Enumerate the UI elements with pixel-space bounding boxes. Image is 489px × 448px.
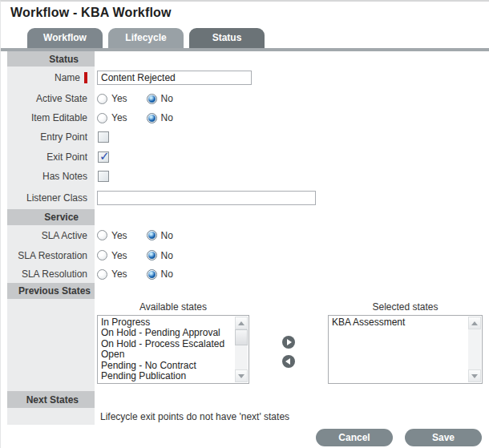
name-input[interactable] bbox=[97, 71, 252, 85]
sla-resolution-label: SLA Resolution bbox=[7, 265, 95, 283]
required-marker-icon bbox=[84, 72, 87, 83]
next-states-message: Lifecycle exit points do not have 'next'… bbox=[97, 411, 289, 422]
option-label: Yes bbox=[111, 268, 127, 280]
name-label: Name bbox=[55, 72, 80, 83]
item-editable-yes-option[interactable]: Yes bbox=[97, 112, 127, 123]
radio-icon[interactable] bbox=[147, 250, 157, 260]
move-left-button[interactable] bbox=[282, 355, 295, 368]
selected-states-listbox[interactable]: KBA Assessment bbox=[328, 315, 483, 384]
radio-icon[interactable] bbox=[147, 230, 157, 240]
list-item[interactable]: Pending - No Contract bbox=[101, 361, 235, 371]
section-header-next-states: Next States bbox=[7, 391, 483, 408]
active-state-yes-option[interactable]: Yes bbox=[97, 93, 127, 104]
save-button[interactable]: Save bbox=[405, 429, 482, 446]
option-label: No bbox=[161, 93, 173, 104]
form-row-active-state: Active State Yes No bbox=[7, 89, 483, 108]
form-row-sla-restoration: SLA Restoration Yes No bbox=[7, 245, 483, 265]
cancel-button[interactable]: Cancel bbox=[316, 429, 393, 446]
radio-icon[interactable] bbox=[97, 113, 107, 123]
list-item[interactable]: In Progress bbox=[101, 317, 235, 328]
listener-class-input[interactable] bbox=[97, 191, 316, 205]
option-label: No bbox=[161, 268, 173, 280]
scroll-thumb[interactable] bbox=[235, 329, 248, 345]
sla-resolution-no-option[interactable]: No bbox=[147, 268, 173, 280]
tab-lifecycle[interactable]: Lifecycle bbox=[108, 28, 184, 48]
section-title: Previous States bbox=[7, 283, 95, 299]
status-form: Status Name Active State Yes No bbox=[7, 51, 483, 447]
form-row-exit-point: Exit Point bbox=[7, 147, 483, 167]
page-title: Workflow - KBA Workflow bbox=[10, 6, 172, 20]
section-header-service: Service bbox=[7, 209, 483, 225]
scroll-up-button[interactable] bbox=[235, 317, 248, 329]
form-row-next-states-message: Lifecycle exit points do not have 'next'… bbox=[7, 408, 483, 425]
entry-point-checkbox[interactable] bbox=[98, 131, 109, 143]
arrow-left-icon bbox=[285, 358, 290, 365]
form-row-has-notes: Has Notes bbox=[7, 167, 483, 186]
arrow-up-icon bbox=[471, 321, 478, 325]
radio-icon[interactable] bbox=[97, 269, 107, 280]
available-states-caption: Available states bbox=[97, 301, 249, 313]
radio-icon[interactable] bbox=[147, 94, 157, 104]
states-picker: Available states Selected states In Prog… bbox=[95, 299, 483, 391]
option-label: Yes bbox=[111, 250, 127, 261]
available-states-listbox[interactable]: In ProgressOn Hold - Pending ApprovalOn … bbox=[97, 315, 249, 384]
scroll-down-button[interactable] bbox=[235, 369, 248, 382]
form-row-sla-active: SLA Active Yes No bbox=[7, 225, 483, 245]
action-button-row: Cancel Save bbox=[7, 428, 483, 447]
arrow-up-icon bbox=[238, 321, 244, 325]
form-row-item-editable: Item Editable Yes No bbox=[7, 108, 483, 127]
radio-icon[interactable] bbox=[147, 113, 157, 123]
has-notes-label: Has Notes bbox=[7, 167, 95, 186]
list-item[interactable]: On Hold - Pending Approval bbox=[101, 328, 235, 338]
form-row-sla-resolution: SLA Resolution Yes No bbox=[7, 265, 483, 283]
sla-restoration-yes-option[interactable]: Yes bbox=[97, 250, 127, 261]
scrollbar[interactable] bbox=[468, 317, 481, 382]
scroll-up-button[interactable] bbox=[468, 317, 481, 329]
option-label: Yes bbox=[111, 112, 127, 123]
tab-workflow[interactable]: Workflow bbox=[27, 28, 103, 48]
section-title: Next States bbox=[7, 391, 95, 408]
form-row-entry-point: Entry Point bbox=[7, 127, 483, 147]
arrow-down-icon bbox=[238, 374, 244, 378]
selected-states-caption: Selected states bbox=[328, 301, 483, 313]
radio-icon[interactable] bbox=[97, 94, 107, 104]
scroll-down-button[interactable] bbox=[468, 369, 481, 382]
item-editable-label: Item Editable bbox=[7, 108, 95, 127]
section-title: Service bbox=[7, 209, 95, 225]
scrollbar[interactable] bbox=[235, 317, 248, 382]
sla-resolution-yes-option[interactable]: Yes bbox=[97, 268, 127, 280]
list-item[interactable]: Pending Publication bbox=[101, 371, 235, 381]
radio-icon[interactable] bbox=[97, 230, 107, 240]
form-row-previous-states: Available states Selected states In Prog… bbox=[7, 299, 483, 391]
tab-bar: Workflow Lifecycle Status bbox=[27, 28, 265, 48]
section-header-previous-states: Previous States bbox=[7, 283, 483, 299]
form-row-name: Name bbox=[7, 67, 483, 89]
active-state-no-option[interactable]: No bbox=[147, 93, 173, 104]
has-notes-checkbox[interactable] bbox=[98, 171, 109, 182]
sla-active-label: SLA Active bbox=[7, 225, 95, 245]
sla-active-no-option[interactable]: No bbox=[147, 230, 173, 241]
option-label: No bbox=[161, 230, 173, 241]
list-item[interactable]: KBA Assessment bbox=[332, 317, 468, 328]
radio-icon[interactable] bbox=[147, 269, 157, 280]
sla-active-yes-option[interactable]: Yes bbox=[97, 230, 127, 241]
arrow-right-icon bbox=[287, 339, 292, 345]
section-header-status: Status bbox=[7, 51, 483, 67]
list-item[interactable]: On Hold - Process Escalated bbox=[101, 339, 235, 349]
radio-icon[interactable] bbox=[97, 250, 107, 260]
list-item[interactable]: Open bbox=[101, 349, 235, 360]
exit-point-label: Exit Point bbox=[7, 147, 95, 167]
item-editable-no-option[interactable]: No bbox=[147, 112, 173, 123]
exit-point-checkbox[interactable] bbox=[98, 151, 109, 163]
move-right-button[interactable] bbox=[282, 336, 295, 349]
option-label: Yes bbox=[111, 93, 127, 104]
sla-restoration-no-option[interactable]: No bbox=[147, 250, 173, 261]
listener-class-label: Listener Class bbox=[7, 186, 95, 209]
sla-restoration-label: SLA Restoration bbox=[7, 245, 95, 265]
arrow-down-icon bbox=[471, 374, 478, 378]
workflow-status-page: Workflow - KBA Workflow Workflow Lifecyc… bbox=[0, 0, 489, 448]
entry-point-label: Entry Point bbox=[7, 127, 95, 147]
active-state-label: Active State bbox=[7, 89, 95, 108]
tab-status[interactable]: Status bbox=[189, 28, 265, 48]
form-row-listener-class: Listener Class bbox=[7, 186, 483, 209]
